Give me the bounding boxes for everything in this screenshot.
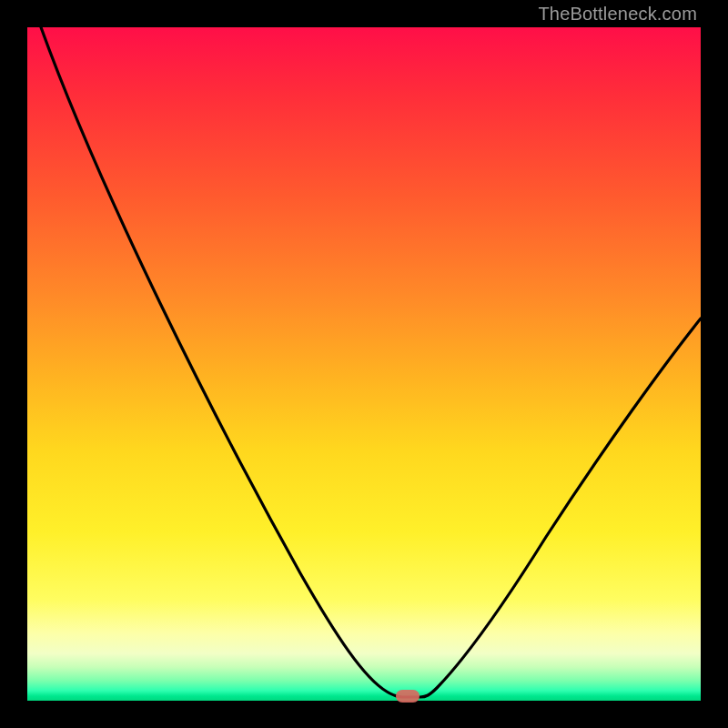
watermark-text: TheBottleneck.com: [538, 4, 697, 25]
curve-path: [41, 27, 701, 697]
optimum-marker: [396, 690, 420, 703]
plot-area: [27, 27, 701, 701]
bottleneck-curve: [27, 27, 701, 701]
chart-frame: TheBottleneck.com: [0, 0, 728, 728]
